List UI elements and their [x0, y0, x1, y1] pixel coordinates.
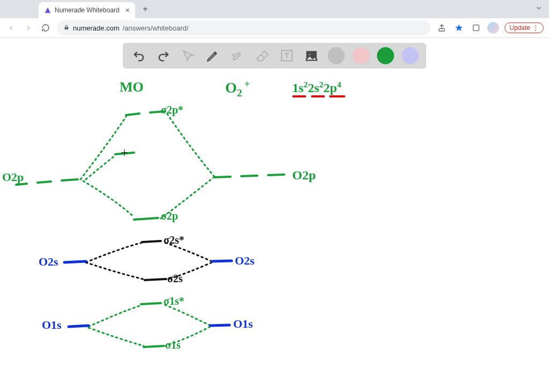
label-sigma1s: σ1s: [165, 340, 181, 350]
close-icon[interactable]: ×: [125, 6, 130, 14]
url-path: /answers/whiteboard/: [123, 24, 189, 32]
bookmark-star-icon[interactable]: [453, 22, 465, 34]
forward-button[interactable]: [23, 22, 34, 34]
browser-tab[interactable]: Numerade Whiteboard ×: [39, 2, 135, 18]
svg-line-18: [142, 241, 161, 242]
url-input[interactable]: numerade.com/answers/whiteboard/: [57, 20, 431, 35]
label-sigma2s: σ2s: [167, 273, 183, 284]
label-left-o1s: O1s: [42, 319, 62, 331]
image-tool[interactable]: [303, 47, 320, 64]
label-right-o2s: O2s: [235, 255, 255, 267]
reload-button[interactable]: [40, 22, 51, 34]
svg-line-24: [69, 326, 88, 327]
color-green[interactable]: [377, 47, 394, 64]
lock-icon: [63, 24, 70, 32]
svg-line-13: [268, 175, 284, 175]
svg-line-23: [144, 346, 164, 347]
heading-electron-config: 1s22s22p4: [292, 80, 341, 94]
underline-2s: [311, 95, 325, 97]
color-grey[interactable]: [328, 47, 345, 64]
svg-rect-1: [65, 27, 69, 29]
url-host: numerade.com: [73, 24, 120, 32]
svg-line-14: [126, 114, 139, 115]
extensions-icon[interactable]: [470, 22, 482, 34]
eraser-tool[interactable]: [254, 47, 271, 64]
numerade-favicon: [44, 6, 51, 14]
chevron-down-icon[interactable]: [535, 4, 543, 14]
tools-icon[interactable]: [229, 47, 246, 64]
svg-line-16: [115, 153, 134, 154]
label-left-o2s: O2s: [39, 256, 58, 268]
label-sigma1s-star: σ1s*: [164, 296, 184, 306]
pencil-tool[interactable]: [204, 47, 221, 64]
svg-line-11: [214, 177, 231, 177]
underline-1s: [292, 95, 306, 97]
label-left-o2p: O2p: [2, 171, 24, 183]
more-icon: ⋮: [532, 24, 539, 32]
whiteboard-toolbar: [123, 43, 426, 69]
svg-line-12: [241, 176, 257, 176]
svg-line-8: [16, 184, 27, 185]
svg-line-9: [38, 182, 51, 183]
tab-title: Numerade Whiteboard: [55, 6, 122, 14]
color-lavender[interactable]: [402, 47, 419, 64]
svg-line-21: [212, 261, 232, 261]
share-icon[interactable]: [436, 22, 448, 34]
svg-rect-4: [473, 25, 479, 31]
undo-button[interactable]: [130, 47, 147, 64]
svg-line-17: [134, 218, 158, 220]
color-pink[interactable]: [352, 47, 369, 64]
svg-marker-3: [456, 24, 463, 31]
svg-line-25: [210, 325, 229, 326]
heading-species: O2+: [225, 79, 250, 99]
whiteboard-canvas[interactable]: [0, 37, 549, 392]
browser-action-row: Update ⋮: [436, 22, 544, 34]
back-button[interactable]: [5, 22, 17, 34]
pointer-tool[interactable]: [180, 47, 197, 64]
label-right-o1s: O1s: [233, 318, 253, 330]
browser-chrome: Numerade Whiteboard × + numerade.com/ans…: [0, 0, 549, 38]
heading-mo: MO: [120, 80, 144, 94]
underline-2p: [329, 95, 345, 97]
svg-line-20: [64, 261, 86, 262]
update-button[interactable]: Update ⋮: [505, 22, 544, 33]
text-tool[interactable]: [278, 47, 295, 64]
label-sigma2s-star: σ2s*: [164, 235, 184, 245]
label-sigma2p: σ2p: [161, 210, 178, 221]
update-label: Update: [509, 24, 530, 32]
address-bar: numerade.com/answers/whiteboard/ Update …: [0, 18, 549, 37]
label-sigma2p-star: σ2p*: [161, 104, 183, 115]
new-tab-button[interactable]: +: [138, 2, 152, 16]
tab-bar: Numerade Whiteboard × +: [0, 0, 549, 18]
profile-avatar[interactable]: [487, 22, 499, 34]
svg-line-19: [145, 279, 166, 280]
svg-line-10: [62, 179, 78, 180]
redo-button[interactable]: [155, 47, 172, 64]
svg-marker-0: [45, 7, 51, 13]
svg-line-22: [141, 303, 161, 304]
label-right-o2p: O2p: [292, 169, 316, 182]
